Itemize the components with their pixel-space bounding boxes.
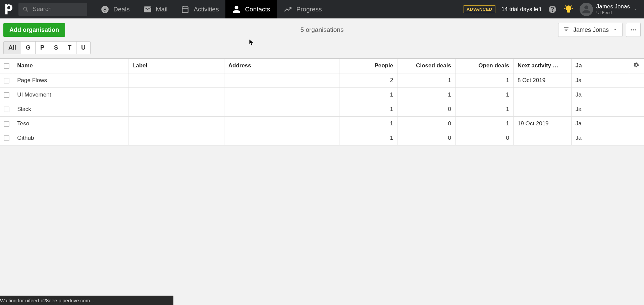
table-row[interactable]: Teso10119 Oct 2019Ja	[0, 116, 644, 131]
nav-activities[interactable]: Activities	[174, 0, 225, 18]
cell-address	[224, 131, 339, 145]
nav-label: Activities	[194, 6, 219, 13]
cell-name[interactable]: Github	[13, 131, 128, 145]
add-organisation-button[interactable]: Add organisation	[3, 23, 65, 37]
nav-label: Deals	[113, 6, 130, 13]
row-checkbox[interactable]	[0, 73, 13, 87]
gear-icon	[633, 62, 639, 68]
col-closed[interactable]: Closed deals	[397, 59, 455, 73]
person-icon	[232, 5, 241, 14]
alpha-filter-t[interactable]: T	[63, 41, 76, 54]
row-checkbox[interactable]	[0, 87, 13, 102]
col-owner[interactable]: Ja	[571, 59, 629, 73]
alpha-filter-s[interactable]: S	[49, 41, 63, 54]
table-row[interactable]: Page Flows2118 Oct 2019Ja	[0, 73, 644, 87]
user-name: James Jonas	[596, 3, 630, 10]
col-label[interactable]: Label	[128, 59, 224, 73]
cell-people: 1	[339, 131, 397, 145]
cell-label	[128, 87, 224, 102]
cell-label	[128, 102, 224, 116]
cell-closed: 0	[397, 116, 455, 131]
col-next-activity[interactable]: Next activity …	[513, 59, 571, 73]
help-button[interactable]	[547, 4, 557, 14]
tips-button[interactable]	[564, 4, 574, 14]
cell-gear	[629, 87, 644, 102]
row-checkbox[interactable]	[0, 131, 13, 145]
nav-deals[interactable]: Deals	[94, 0, 137, 18]
table-settings-button[interactable]	[629, 59, 644, 73]
help-icon	[548, 5, 557, 14]
checkbox-icon[interactable]	[4, 63, 9, 69]
cell-next	[513, 102, 571, 116]
owner-filter-dropdown[interactable]: James Jonas	[558, 23, 623, 37]
cell-closed: 0	[397, 102, 455, 116]
logo[interactable]	[0, 4, 18, 14]
cell-closed: 0	[397, 131, 455, 145]
cell-next	[513, 87, 571, 102]
cell-name[interactable]: Page Flows	[13, 73, 128, 87]
page-toolbar: Add organisation 5 organisations James J…	[0, 18, 644, 41]
cell-address	[224, 87, 339, 102]
dollar-icon	[101, 5, 109, 14]
nav-contacts[interactable]: Contacts	[225, 0, 277, 18]
svg-point-0	[631, 29, 632, 30]
user-company: UI Feed	[596, 10, 630, 15]
cell-label	[128, 73, 224, 87]
calendar-icon	[181, 5, 190, 14]
table-row[interactable]: Github100Ja	[0, 131, 644, 145]
cell-people: 2	[339, 73, 397, 87]
svg-point-2	[635, 29, 636, 30]
nav-mail[interactable]: Mail	[137, 0, 174, 18]
lightbulb-icon	[564, 5, 573, 14]
cell-next: 8 Oct 2019	[513, 73, 571, 87]
checkbox-icon[interactable]	[4, 107, 9, 112]
trial-days-text[interactable]: 14 trial days left	[501, 6, 541, 13]
col-open[interactable]: Open deals	[455, 59, 514, 73]
nav-progress[interactable]: Progress	[277, 0, 328, 18]
table-row[interactable]: UI Movement111Ja	[0, 87, 644, 102]
global-search[interactable]	[18, 3, 87, 16]
organisations-table: Name Label Address People Closed deals O…	[0, 58, 644, 145]
cell-gear	[629, 131, 644, 145]
cell-gear	[629, 116, 644, 131]
avatar	[580, 3, 593, 16]
alpha-filter-p[interactable]: P	[35, 41, 49, 54]
cell-next	[513, 131, 571, 145]
col-people[interactable]: People	[339, 59, 397, 73]
checkbox-icon[interactable]	[4, 121, 9, 127]
browser-status-bar: Waiting for uifeed-c28eee.pipedrive.com.…	[0, 296, 173, 305]
col-name[interactable]: Name	[13, 59, 128, 73]
col-address[interactable]: Address	[224, 59, 339, 73]
alpha-filter-all[interactable]: All	[3, 41, 21, 54]
cell-open: 1	[455, 87, 514, 102]
cell-open: 1	[455, 116, 514, 131]
alpha-filter-g[interactable]: G	[21, 41, 36, 54]
table-row[interactable]: Slack101Ja	[0, 102, 644, 116]
table-header-row: Name Label Address People Closed deals O…	[0, 59, 644, 73]
cell-name[interactable]: Slack	[13, 102, 128, 116]
row-checkbox[interactable]	[0, 116, 13, 131]
checkbox-icon[interactable]	[4, 78, 9, 83]
cell-name[interactable]: UI Movement	[13, 87, 128, 102]
search-input[interactable]	[33, 6, 83, 13]
app-header: Deals Mail Activities Contacts Progress …	[0, 0, 644, 18]
cell-address	[224, 102, 339, 116]
more-actions-button[interactable]	[626, 23, 641, 37]
select-all-header[interactable]	[0, 59, 13, 73]
user-menu[interactable]: James Jonas UI Feed	[580, 3, 640, 16]
plan-badge: ADVANCED	[464, 5, 495, 13]
nav-label: Progress	[296, 6, 322, 13]
cell-open: 0	[455, 131, 514, 145]
alpha-filter-u[interactable]: U	[76, 41, 91, 54]
chevron-down-icon	[633, 7, 637, 11]
nav-label: Mail	[156, 6, 168, 13]
row-checkbox[interactable]	[0, 102, 13, 116]
cell-name[interactable]: Teso	[13, 116, 128, 131]
search-icon	[22, 6, 29, 13]
checkbox-icon[interactable]	[4, 135, 9, 141]
cell-owner: Ja	[571, 131, 629, 145]
cell-address	[224, 73, 339, 87]
cell-people: 1	[339, 102, 397, 116]
filter-label: James Jonas	[573, 26, 609, 34]
checkbox-icon[interactable]	[4, 92, 9, 98]
